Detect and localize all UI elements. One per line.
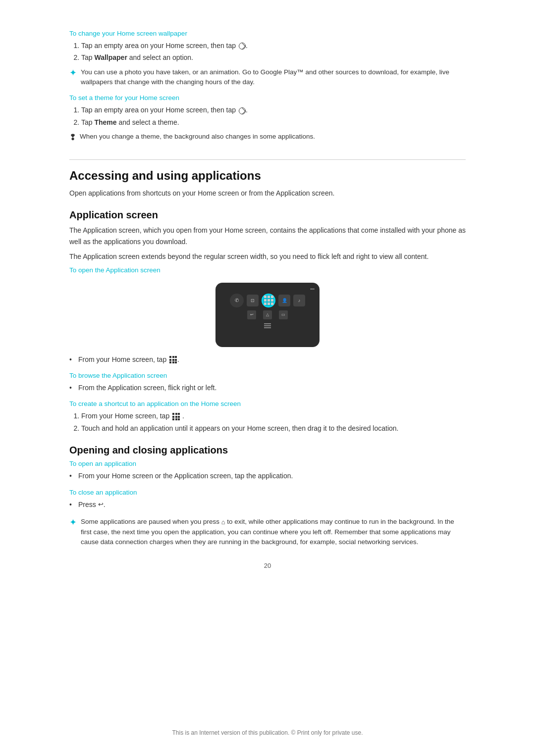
- open-app-screen-bullet-1: From your Home screen, tap .: [69, 354, 466, 365]
- phone-icon-extra-glyph: ♪: [298, 298, 301, 303]
- sub-heading-open-close: Opening and closing applications: [69, 445, 466, 456]
- section-open-application: To open an application From your Home sc…: [69, 460, 466, 481]
- major-heading-accessing: Accessing and using applications: [69, 159, 466, 183]
- browse-app-screen-heading: To browse the Application screen: [69, 372, 466, 379]
- phone-nav-recent: ▭: [279, 310, 288, 319]
- close-application-heading: To close an application: [69, 489, 466, 496]
- tip-icon-2: ✦: [69, 516, 77, 529]
- tip-icon: ✦: [69, 66, 77, 80]
- grid-icon-inline-2: [172, 413, 180, 420]
- section-wallpaper-heading: To change your Home screen wallpaper: [69, 30, 466, 37]
- section-open-app-screen: To open the Application screen ▪▪▪ ✆ ⊡: [69, 266, 466, 365]
- home-icon: ⌂: [221, 517, 225, 527]
- wallpaper-step-1: Tap an empty area on your Home screen, t…: [81, 40, 466, 51]
- app-screen-para2: The Application screen extends beyond th…: [69, 251, 466, 262]
- phone-icon-contact: 👤: [278, 295, 290, 306]
- section-theme: To set a theme for your Home screen Tap …: [69, 94, 466, 144]
- phone-image: ▪▪▪ ✆ ⊡: [215, 283, 320, 347]
- section-close-application: To close an application Press ↩.: [69, 489, 466, 510]
- phone-icon-msg-glyph: ⊡: [251, 298, 255, 303]
- browse-app-screen-bullet-1: From the Application screen, flick right…: [69, 382, 466, 393]
- wallpaper-tip: ✦ You can use a photo you have taken, or…: [69, 67, 466, 88]
- create-shortcut-step-1: From your Home screen, tap .: [81, 410, 466, 421]
- create-shortcut-heading: To create a shortcut to an application o…: [69, 400, 466, 407]
- phone-nav-home: △: [263, 310, 272, 319]
- section-create-shortcut: To create a shortcut to an application o…: [69, 400, 466, 434]
- open-app-screen-bullets: From your Home screen, tap .: [69, 354, 466, 365]
- page-number: 20: [69, 562, 466, 569]
- wallpaper-step-2: Tap Wallpaper and select an option.: [81, 52, 466, 63]
- phone-bottom-row: ↩ △ ▭: [247, 310, 288, 319]
- section-theme-heading: To set a theme for your Home screen: [69, 94, 466, 101]
- phone-icon-phone-glyph: ✆: [235, 298, 239, 303]
- close-application-bullet-1: Press ↩.: [69, 499, 466, 510]
- browse-app-screen-bullets: From the Application screen, flick right…: [69, 382, 466, 393]
- theme-steps: Tap an empty area on your Home screen, t…: [81, 104, 466, 128]
- open-application-heading: To open an application: [69, 460, 466, 467]
- accessing-description: Open applications from shortcuts on your…: [69, 188, 466, 199]
- close-application-bullets: Press ↩.: [69, 499, 466, 510]
- phone-icon-msg: ⊡: [247, 295, 259, 306]
- status-icons: ▪▪▪: [310, 287, 315, 291]
- phone-nav-back: ↩: [247, 310, 256, 319]
- section-wallpaper: To change your Home screen wallpaper Tap…: [69, 30, 466, 87]
- wallpaper-steps: Tap an empty area on your Home screen, t…: [81, 40, 466, 63]
- theme-step-1: Tap an empty area on your Home screen, t…: [81, 104, 466, 115]
- open-application-bullet-1: From your Home screen or the Application…: [69, 470, 466, 481]
- create-shortcut-step-2: Touch and hold an application until it a…: [81, 423, 466, 434]
- section-browse-app-screen: To browse the Application screen From th…: [69, 372, 466, 393]
- theme-note: ❢ When you change a theme, the backgroun…: [69, 132, 466, 144]
- phone-icon-phone: ✆: [230, 294, 244, 307]
- exclaim-icon: ❢: [69, 132, 76, 144]
- page: To change your Home screen wallpaper Tap…: [0, 0, 535, 756]
- footer-text: This is an Internet version of this publ…: [0, 729, 535, 736]
- theme-step-2: Tap Theme and select a theme.: [81, 117, 466, 128]
- phone-menu-bar: [218, 323, 317, 328]
- phone-icon-contact-glyph: 👤: [282, 298, 287, 303]
- phone-image-container: ▪▪▪ ✆ ⊡: [69, 283, 466, 347]
- grid-icon-inline: [169, 356, 177, 363]
- phone-icon-extra: ♪: [293, 295, 305, 306]
- back-arrow-icon: ↩: [98, 500, 104, 510]
- open-app-screen-heading: To open the Application screen: [69, 266, 466, 274]
- sub-heading-app-screen: Application screen: [69, 209, 466, 221]
- app-screen-para1: The Application screen, which you open f…: [69, 225, 466, 247]
- edit-icon: [239, 43, 246, 50]
- phone-menu-icon: [264, 323, 271, 328]
- edit-icon-2: [239, 107, 246, 114]
- phone-icons-row: ✆ ⊡ 👤: [218, 294, 317, 307]
- phone-status-bar: ▪▪▪: [218, 287, 317, 292]
- open-application-bullets: From your Home screen or the Application…: [69, 470, 466, 481]
- phone-icon-apps-active: [262, 294, 275, 307]
- phone-apps-grid: [264, 296, 273, 305]
- close-app-tip: ✦ Some applications are paused when you …: [69, 517, 466, 547]
- create-shortcut-steps: From your Home screen, tap . Touch and h…: [81, 410, 466, 434]
